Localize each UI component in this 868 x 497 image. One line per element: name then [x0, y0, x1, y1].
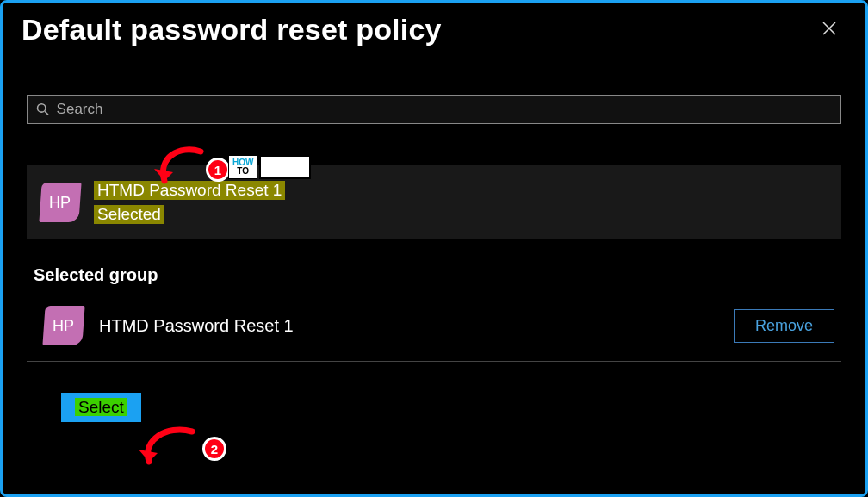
- page-title: Default password reset policy: [22, 13, 442, 47]
- search-result-item[interactable]: HP HTMD Password Reset 1 Selected: [27, 165, 841, 239]
- selected-group-heading: Selected group: [34, 265, 841, 285]
- remove-button[interactable]: Remove: [734, 309, 834, 343]
- group-avatar: HP: [39, 183, 81, 222]
- svg-line-1: [45, 111, 48, 115]
- select-button[interactable]: Select: [61, 393, 141, 422]
- svg-marker-3: [139, 450, 158, 462]
- result-name: HTMD Password Reset 1: [94, 181, 285, 200]
- select-button-label: Select: [75, 398, 127, 416]
- svg-point-0: [38, 104, 46, 112]
- search-input[interactable]: [57, 101, 832, 118]
- result-status: Selected: [94, 205, 164, 224]
- close-icon: [821, 20, 838, 37]
- panel-header: Default password reset policy: [22, 13, 846, 47]
- selected-group-row: HP HTMD Password Reset 1 Remove: [27, 297, 841, 362]
- selected-group-name: HTMD Password Reset 1: [99, 316, 294, 336]
- close-button[interactable]: [812, 18, 846, 40]
- annotation-badge-2: 2: [202, 437, 226, 461]
- search-icon: [36, 103, 50, 116]
- selected-group-avatar: HP: [42, 306, 84, 345]
- search-box[interactable]: [27, 95, 841, 124]
- watermark-logo: HOW TO MANAGE DEVICES: [228, 155, 311, 179]
